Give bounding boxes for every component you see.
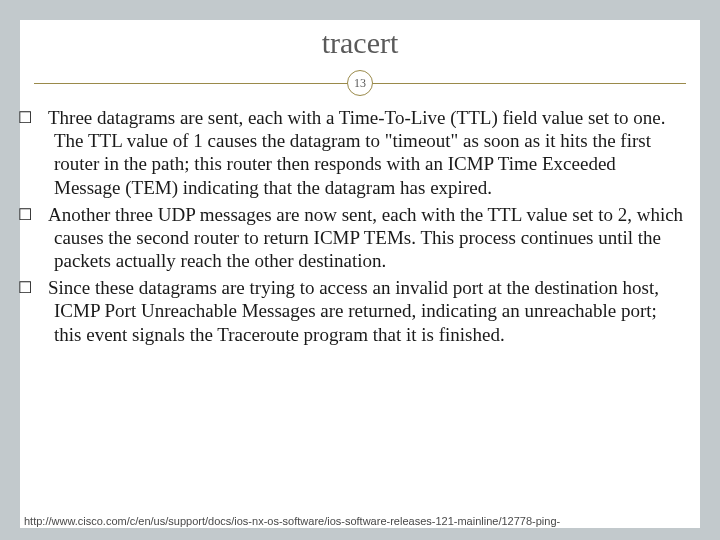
bullet-item: ☐Another three UDP messages are now sent… <box>36 203 684 273</box>
bullet-text: Another three UDP messages are now sent,… <box>48 204 683 271</box>
bullet-item: ☐Since these datagrams are trying to acc… <box>36 276 684 346</box>
bullet-text: Since these datagrams are trying to acce… <box>48 277 659 344</box>
slide-body: ☐Three datagrams are sent, each with a T… <box>20 98 700 346</box>
slide-title: tracert <box>20 20 700 68</box>
bullet-text: Three datagrams are sent, each with a Ti… <box>48 107 666 198</box>
slide-inner: tracert 13 ☐Three datagrams are sent, ea… <box>20 20 700 528</box>
bullet-box-icon: ☐ <box>36 278 48 298</box>
slide: tracert 13 ☐Three datagrams are sent, ea… <box>0 0 720 540</box>
page-number-badge: 13 <box>347 70 373 96</box>
footer-url: http://www.cisco.com/c/en/us/support/doc… <box>24 515 696 528</box>
bullet-box-icon: ☐ <box>36 205 48 225</box>
bullet-item: ☐Three datagrams are sent, each with a T… <box>36 106 684 199</box>
title-divider: 13 <box>20 68 700 98</box>
bullet-box-icon: ☐ <box>36 108 48 128</box>
